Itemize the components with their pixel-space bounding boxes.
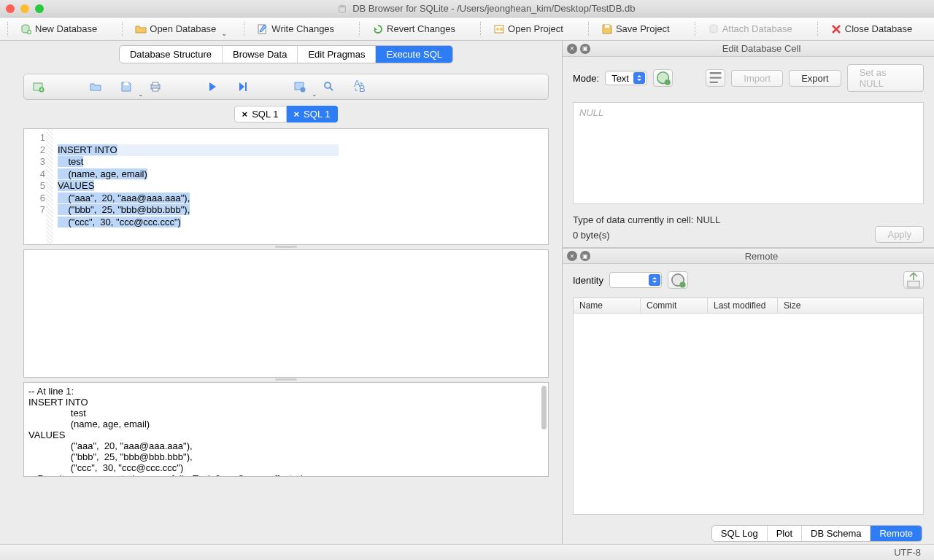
right-pane: × ▣ Edit Database Cell Mode: Text Import… — [562, 41, 934, 544]
new-database-button[interactable]: New Database — [15, 21, 103, 37]
sql-editor[interactable]: 1234567 INSERT INTO test (name, age, ema… — [23, 128, 549, 245]
run-line-icon[interactable] — [236, 79, 250, 94]
editor-code[interactable]: INSERT INTO test (name, age, email) VALU… — [53, 129, 343, 244]
svg-point-22 — [665, 79, 671, 85]
cell-type-label: Type of data currently in cell: NULL — [573, 214, 924, 225]
col-commit[interactable]: Commit — [641, 298, 708, 313]
attach-database-button: Attach Database — [702, 21, 798, 37]
wrap-icon[interactable] — [706, 69, 725, 87]
mode-label: Mode: — [573, 73, 599, 84]
col-modified[interactable]: Last modified — [708, 298, 778, 313]
close-tab-icon[interactable]: × — [242, 109, 248, 120]
detach-panel-icon[interactable]: ▣ — [580, 251, 590, 261]
open-sql-file-icon[interactable] — [88, 79, 103, 94]
save-results-icon[interactable] — [293, 79, 307, 94]
svg-point-0 — [339, 5, 345, 8]
tab-db-schema[interactable]: DB Schema — [802, 526, 871, 541]
main-toolbar: New Database Open Database ⌄ Write Chang… — [0, 18, 934, 41]
new-sql-tab-icon[interactable] — [31, 79, 46, 94]
main-tabs: Database Structure Browse Data Edit Prag… — [119, 45, 453, 63]
remote-panel: Identity Name Commit Last modified Size — [563, 264, 934, 544]
bottom-tabs: SQL Log Plot DB Schema Remote — [711, 525, 922, 542]
save-project-button[interactable]: Save Project — [595, 21, 676, 37]
mode-select[interactable]: Text — [605, 71, 647, 85]
edit-cell-panel: Mode: Text Import Export Set as NULL NUL… — [563, 57, 934, 248]
left-pane: Database Structure Browse Data Edit Prag… — [0, 41, 562, 544]
cell-value-textarea[interactable]: NULL — [573, 102, 924, 204]
set-null-button: Set as NULL — [847, 64, 924, 92]
tab-plot[interactable]: Plot — [768, 526, 802, 541]
tab-edit-pragmas[interactable]: Edit Pragmas — [298, 46, 376, 63]
identity-select[interactable] — [609, 272, 662, 288]
close-window-button[interactable] — [6, 4, 15, 13]
write-changes-button[interactable]: Write Changes — [251, 21, 340, 37]
svg-point-5 — [496, 28, 499, 31]
find-icon[interactable] — [322, 79, 336, 94]
export-button[interactable]: Export — [789, 70, 841, 87]
svg-rect-6 — [500, 28, 503, 31]
tab-remote[interactable]: Remote — [871, 526, 922, 541]
col-name[interactable]: Name — [574, 298, 641, 313]
run-icon[interactable] — [205, 79, 220, 94]
save-dropdown-icon[interactable]: ⌄ — [138, 90, 144, 98]
log-text: -- At line 1: INSERT INTO test (name, ag… — [28, 386, 303, 477]
import-button: Import — [731, 70, 783, 87]
svg-rect-11 — [124, 82, 128, 85]
svg-rect-14 — [153, 88, 158, 91]
editor-gutter: 1234567 — [24, 129, 53, 244]
svg-rect-7 — [605, 25, 609, 28]
close-panel-icon[interactable]: × — [567, 251, 577, 261]
close-database-button[interactable]: Close Database — [825, 21, 919, 37]
save-sql-file-icon[interactable] — [119, 79, 134, 94]
save-results-dropdown-icon[interactable]: ⌄ — [312, 90, 317, 98]
svg-point-17 — [301, 88, 306, 93]
sql-editor-tab-1[interactable]: ×SQL 1 — [234, 106, 287, 122]
results-pane[interactable] — [23, 249, 549, 378]
apply-button: Apply — [875, 226, 924, 243]
sql-editor-tab-2[interactable]: ×SQL 1 — [287, 106, 339, 122]
svg-rect-15 — [245, 82, 247, 91]
remote-table[interactable]: Name Commit Last modified Size — [573, 298, 924, 515]
svg-point-18 — [325, 82, 331, 88]
status-bar: UTF-8 — [0, 544, 934, 560]
revert-changes-button[interactable]: Revert Changes — [366, 21, 461, 37]
refresh-remote-icon[interactable] — [668, 271, 688, 289]
detach-panel-icon[interactable]: ▣ — [580, 44, 590, 54]
push-remote-icon[interactable] — [903, 271, 924, 289]
tab-sql-log[interactable]: SQL Log — [712, 526, 768, 541]
col-size[interactable]: Size — [778, 298, 923, 313]
scrollbar-thumb[interactable] — [541, 386, 547, 429]
remote-panel-title: Remote — [593, 251, 930, 262]
tab-database-structure[interactable]: Database Structure — [120, 46, 223, 63]
open-database-dropdown[interactable]: ⌄ — [220, 20, 228, 37]
open-database-button[interactable]: Open Database — [129, 21, 222, 37]
identity-label: Identity — [573, 275, 603, 286]
svg-rect-25 — [908, 281, 919, 287]
status-encoding: UTF-8 — [894, 547, 921, 558]
cell-panel-title: Edit Database Cell — [593, 43, 930, 54]
remote-panel-header: × ▣ Remote — [563, 248, 934, 264]
svg-rect-13 — [153, 82, 158, 85]
tab-execute-sql[interactable]: Execute SQL — [376, 46, 452, 63]
cell-panel-header: × ▣ Edit Database Cell — [563, 41, 934, 57]
sql-toolbar: ⌄ ⌄ AB — [23, 74, 549, 100]
window-controls — [6, 4, 44, 13]
print-icon[interactable] — [148, 79, 163, 94]
svg-point-24 — [679, 281, 685, 287]
find-replace-icon[interactable]: AB — [352, 79, 367, 94]
splitter-handle[interactable] — [23, 245, 549, 249]
format-icon[interactable] — [653, 69, 673, 87]
messages-pane[interactable]: -- At line 1: INSERT INTO test (name, ag… — [23, 382, 549, 477]
window-title: DB Browser for SQLite - /Users/jeonghean… — [44, 3, 928, 15]
zoom-window-button[interactable] — [35, 4, 44, 13]
close-panel-icon[interactable]: × — [567, 44, 577, 54]
tab-browse-data[interactable]: Browse Data — [223, 46, 298, 63]
minimize-window-button[interactable] — [20, 4, 29, 13]
titlebar: DB Browser for SQLite - /Users/jeonghean… — [0, 0, 934, 18]
open-project-button[interactable]: Open Project — [487, 21, 569, 37]
close-tab-icon[interactable]: × — [294, 109, 300, 120]
